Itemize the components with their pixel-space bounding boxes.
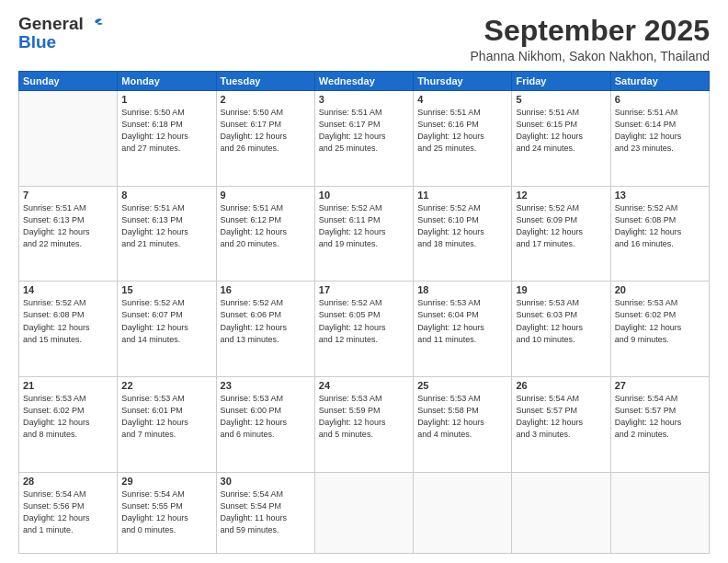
logo-general: General [18, 14, 84, 33]
page: General Blue September 2025 Phanna Nikho… [0, 0, 728, 563]
day-info: Sunrise: 5:53 AM Sunset: 6:03 PM Dayligh… [516, 297, 606, 345]
table-row [512, 472, 610, 553]
day-number: 22 [121, 380, 211, 391]
day-info: Sunrise: 5:50 AM Sunset: 6:17 PM Dayligh… [221, 107, 311, 155]
day-number: 6 [615, 94, 705, 105]
day-number: 8 [121, 190, 211, 201]
table-row: 22Sunrise: 5:53 AM Sunset: 6:01 PM Dayli… [118, 377, 216, 473]
header: General Blue September 2025 Phanna Nikho… [18, 15, 710, 63]
day-info: Sunrise: 5:54 AM Sunset: 5:56 PM Dayligh… [23, 488, 113, 536]
table-row: 24Sunrise: 5:53 AM Sunset: 5:59 PM Dayli… [314, 377, 413, 473]
day-number: 11 [417, 190, 507, 201]
table-row [610, 472, 709, 553]
table-row: 7Sunrise: 5:51 AM Sunset: 6:13 PM Daylig… [19, 186, 118, 282]
day-number: 10 [319, 190, 409, 201]
day-info: Sunrise: 5:52 AM Sunset: 6:06 PM Dayligh… [221, 297, 311, 345]
day-info: Sunrise: 5:51 AM Sunset: 6:16 PM Dayligh… [417, 107, 507, 155]
day-info: Sunrise: 5:51 AM Sunset: 6:17 PM Dayligh… [319, 107, 409, 155]
day-number: 21 [23, 380, 113, 391]
day-info: Sunrise: 5:51 AM Sunset: 6:13 PM Dayligh… [23, 202, 113, 250]
table-row: 5Sunrise: 5:51 AM Sunset: 6:15 PM Daylig… [512, 91, 610, 187]
logo-blue: Blue [18, 32, 56, 52]
table-row: 20Sunrise: 5:53 AM Sunset: 6:02 PM Dayli… [610, 282, 709, 377]
table-row: 28Sunrise: 5:54 AM Sunset: 5:56 PM Dayli… [19, 472, 118, 553]
day-number: 25 [417, 380, 507, 391]
day-number: 4 [417, 94, 507, 105]
day-number: 23 [221, 380, 311, 391]
table-row: 27Sunrise: 5:54 AM Sunset: 5:57 PM Dayli… [610, 377, 709, 473]
day-number: 7 [23, 190, 113, 201]
table-row: 18Sunrise: 5:53 AM Sunset: 6:04 PM Dayli… [414, 282, 512, 377]
table-row: 11Sunrise: 5:52 AM Sunset: 6:10 PM Dayli… [414, 186, 512, 282]
table-row: 23Sunrise: 5:53 AM Sunset: 6:00 PM Dayli… [216, 377, 314, 473]
day-number: 12 [516, 190, 606, 201]
table-row: 25Sunrise: 5:53 AM Sunset: 5:58 PM Dayli… [414, 377, 512, 473]
day-number: 5 [516, 94, 606, 105]
day-info: Sunrise: 5:53 AM Sunset: 6:02 PM Dayligh… [615, 297, 705, 345]
day-info: Sunrise: 5:51 AM Sunset: 6:15 PM Dayligh… [516, 107, 606, 155]
day-info: Sunrise: 5:54 AM Sunset: 5:57 PM Dayligh… [615, 393, 705, 441]
col-wednesday: Wednesday [314, 72, 413, 91]
logo: General Blue [18, 15, 105, 52]
table-row [19, 91, 118, 187]
day-number: 24 [319, 380, 409, 391]
day-info: Sunrise: 5:52 AM Sunset: 6:08 PM Dayligh… [23, 297, 113, 345]
day-info: Sunrise: 5:52 AM Sunset: 6:09 PM Dayligh… [516, 202, 606, 250]
table-row: 14Sunrise: 5:52 AM Sunset: 6:08 PM Dayli… [19, 282, 118, 377]
table-row: 6Sunrise: 5:51 AM Sunset: 6:14 PM Daylig… [610, 91, 709, 187]
col-sunday: Sunday [19, 72, 118, 91]
table-row: 12Sunrise: 5:52 AM Sunset: 6:09 PM Dayli… [512, 186, 610, 282]
day-info: Sunrise: 5:51 AM Sunset: 6:14 PM Dayligh… [615, 107, 705, 155]
table-row: 4Sunrise: 5:51 AM Sunset: 6:16 PM Daylig… [414, 91, 512, 187]
day-number: 3 [319, 94, 409, 105]
day-info: Sunrise: 5:50 AM Sunset: 6:18 PM Dayligh… [121, 107, 211, 155]
table-row: 17Sunrise: 5:52 AM Sunset: 6:05 PM Dayli… [314, 282, 413, 377]
day-info: Sunrise: 5:51 AM Sunset: 6:13 PM Dayligh… [121, 202, 211, 250]
col-saturday: Saturday [610, 72, 709, 91]
day-info: Sunrise: 5:52 AM Sunset: 6:11 PM Dayligh… [319, 202, 409, 250]
col-tuesday: Tuesday [216, 72, 314, 91]
table-row: 1Sunrise: 5:50 AM Sunset: 6:18 PM Daylig… [118, 91, 216, 187]
day-number: 27 [615, 380, 705, 391]
day-number: 14 [23, 284, 113, 295]
day-info: Sunrise: 5:52 AM Sunset: 6:05 PM Dayligh… [319, 297, 409, 345]
month-title: September 2025 [471, 15, 710, 47]
col-friday: Friday [512, 72, 610, 91]
table-row: 3Sunrise: 5:51 AM Sunset: 6:17 PM Daylig… [314, 91, 413, 187]
day-number: 16 [221, 284, 311, 295]
table-row: 16Sunrise: 5:52 AM Sunset: 6:06 PM Dayli… [216, 282, 314, 377]
table-row [414, 472, 512, 553]
table-row: 19Sunrise: 5:53 AM Sunset: 6:03 PM Dayli… [512, 282, 610, 377]
table-row: 10Sunrise: 5:52 AM Sunset: 6:11 PM Dayli… [314, 186, 413, 282]
day-info: Sunrise: 5:52 AM Sunset: 6:08 PM Dayligh… [615, 202, 705, 250]
calendar-header-row: Sunday Monday Tuesday Wednesday Thursday… [19, 72, 710, 91]
day-number: 1 [121, 94, 211, 105]
day-number: 18 [417, 284, 507, 295]
day-info: Sunrise: 5:54 AM Sunset: 5:54 PM Dayligh… [221, 488, 311, 536]
day-info: Sunrise: 5:53 AM Sunset: 6:02 PM Dayligh… [23, 393, 113, 441]
day-number: 26 [516, 380, 606, 391]
day-info: Sunrise: 5:53 AM Sunset: 6:01 PM Dayligh… [121, 393, 211, 441]
table-row: 26Sunrise: 5:54 AM Sunset: 5:57 PM Dayli… [512, 377, 610, 473]
day-info: Sunrise: 5:53 AM Sunset: 5:59 PM Dayligh… [319, 393, 409, 441]
table-row: 15Sunrise: 5:52 AM Sunset: 6:07 PM Dayli… [118, 282, 216, 377]
day-number: 19 [516, 284, 606, 295]
day-info: Sunrise: 5:54 AM Sunset: 5:55 PM Dayligh… [121, 488, 211, 536]
table-row: 9Sunrise: 5:51 AM Sunset: 6:12 PM Daylig… [216, 186, 314, 282]
day-info: Sunrise: 5:51 AM Sunset: 6:12 PM Dayligh… [221, 202, 311, 250]
table-row: 2Sunrise: 5:50 AM Sunset: 6:17 PM Daylig… [216, 91, 314, 187]
day-number: 17 [319, 284, 409, 295]
day-number: 13 [615, 190, 705, 201]
col-monday: Monday [118, 72, 216, 91]
day-number: 30 [221, 476, 311, 487]
day-number: 28 [23, 476, 113, 487]
day-number: 9 [221, 190, 311, 201]
table-row: 8Sunrise: 5:51 AM Sunset: 6:13 PM Daylig… [118, 186, 216, 282]
day-info: Sunrise: 5:52 AM Sunset: 6:07 PM Dayligh… [121, 297, 211, 345]
day-info: Sunrise: 5:54 AM Sunset: 5:57 PM Dayligh… [516, 393, 606, 441]
day-number: 2 [221, 94, 311, 105]
day-info: Sunrise: 5:53 AM Sunset: 6:00 PM Dayligh… [221, 393, 311, 441]
logo-bird-icon [85, 17, 105, 32]
location-title: Phanna Nikhom, Sakon Nakhon, Thailand [471, 49, 710, 63]
day-info: Sunrise: 5:52 AM Sunset: 6:10 PM Dayligh… [417, 202, 507, 250]
